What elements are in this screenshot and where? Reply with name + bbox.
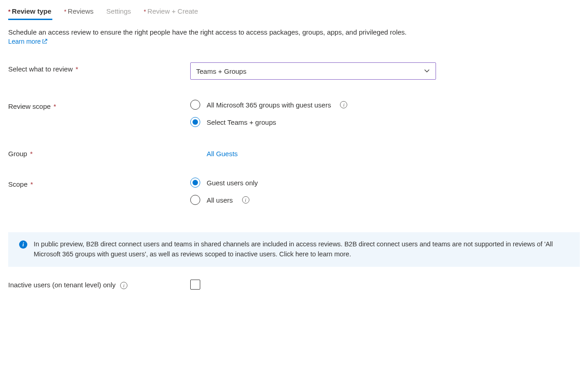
info-icon: i	[19, 240, 27, 249]
banner-text: In public preview, B2B direct connect us…	[34, 240, 571, 260]
scope-radio-group: Guest users only All users i	[190, 178, 580, 205]
review-scope-radio-all-m365[interactable]	[190, 100, 200, 110]
tab-review-type[interactable]: *Review type	[8, 7, 52, 20]
review-scope-radio-group: All Microsoft 365 groups with guest user…	[190, 100, 580, 127]
external-link-icon	[42, 39, 47, 44]
intro-text: Schedule an access review to ensure the …	[8, 28, 580, 36]
required-indicator: *	[8, 8, 10, 15]
inactive-users-label: Inactive users (on tenant level) only i	[8, 281, 190, 289]
inactive-users-checkbox[interactable]	[190, 280, 200, 290]
info-icon[interactable]: i	[242, 196, 249, 204]
required-indicator: *	[64, 8, 66, 15]
chevron-down-icon	[424, 68, 430, 74]
info-icon[interactable]: i	[120, 282, 127, 289]
scope-radio-guest-only[interactable]	[190, 178, 200, 188]
select-what-dropdown[interactable]: Teams + Groups	[190, 62, 436, 80]
tab-reviews[interactable]: *Reviews	[64, 7, 95, 20]
tabs: *Review type *Reviews Settings *Review +…	[8, 7, 580, 20]
info-banner: i In public preview, B2B direct connect …	[8, 232, 580, 267]
tab-settings[interactable]: Settings	[106, 7, 132, 20]
review-scope-label: Review scope *	[8, 100, 190, 110]
group-label: Group *	[8, 147, 190, 158]
select-what-label: Select what to review *	[8, 62, 190, 73]
group-link[interactable]: All Guests	[190, 147, 238, 158]
review-scope-radio-select-teams[interactable]	[190, 117, 200, 127]
scope-radio-all-users[interactable]	[190, 195, 200, 205]
learn-more-link[interactable]: Learn more	[8, 38, 47, 45]
info-icon[interactable]: i	[340, 101, 347, 108]
required-indicator: *	[144, 8, 146, 15]
tab-review-create[interactable]: *Review + Create	[144, 7, 199, 20]
scope-label: Scope *	[8, 178, 190, 188]
